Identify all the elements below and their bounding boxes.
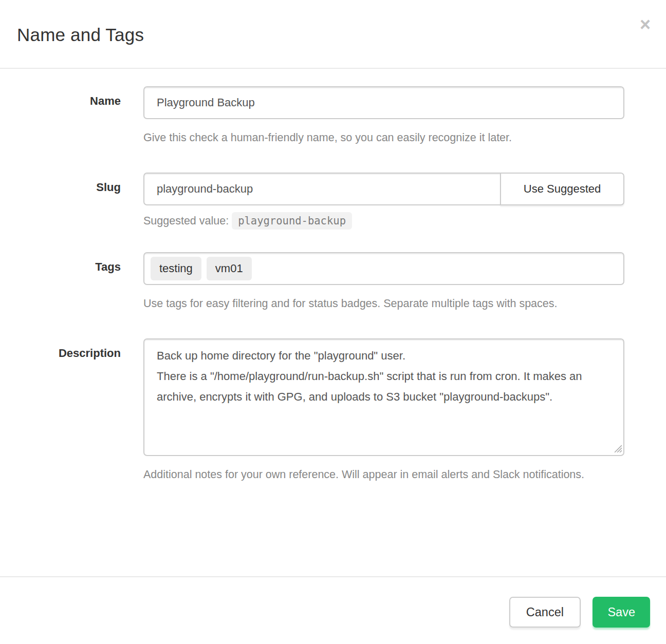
save-button[interactable]: Save	[593, 597, 650, 628]
name-input[interactable]	[143, 86, 624, 119]
tags-label: Tags	[95, 260, 121, 273]
name-and-tags-modal: Name and Tags × Name Give this check a h…	[0, 0, 666, 644]
name-label: Name	[90, 94, 121, 107]
slug-input[interactable]	[143, 173, 501, 205]
tags-help-text: Use tags for easy filtering and for stat…	[143, 293, 624, 314]
modal-header: Name and Tags ×	[0, 0, 666, 69]
suggested-value-code: playground-backup	[232, 212, 352, 230]
cancel-button[interactable]: Cancel	[509, 597, 581, 628]
description-textarea[interactable]: Back up home directory for the "playgrou…	[143, 338, 624, 456]
suggested-value-line: Suggested value:playground-backup	[143, 215, 624, 228]
slug-form-group: Slug Use Suggested Suggested value:playg…	[0, 173, 666, 228]
description-help-text: Additional notes for your own reference.…	[143, 464, 624, 485]
tags-form-group: Tags testing vm01 Use tags for easy filt…	[0, 252, 666, 314]
tag-chip[interactable]: testing	[151, 257, 201, 280]
slug-input-group: Use Suggested	[143, 173, 624, 205]
tag-chip[interactable]: vm01	[207, 257, 252, 280]
description-label: Description	[59, 347, 121, 359]
slug-label: Slug	[96, 181, 121, 194]
use-suggested-button[interactable]: Use Suggested	[500, 173, 624, 205]
name-help-text: Give this check a human-friendly name, s…	[143, 127, 624, 148]
close-icon[interactable]: ×	[640, 15, 651, 34]
tags-input[interactable]: testing vm01	[143, 252, 624, 285]
suggested-value-prefix: Suggested value:	[143, 215, 229, 227]
modal-title: Name and Tags	[17, 25, 649, 45]
name-form-group: Name Give this check a human-friendly na…	[0, 86, 666, 148]
description-form-group: Description Back up home directory for t…	[0, 338, 666, 485]
modal-footer: Cancel Save	[0, 576, 666, 644]
modal-body: Name Give this check a human-friendly na…	[0, 69, 666, 576]
